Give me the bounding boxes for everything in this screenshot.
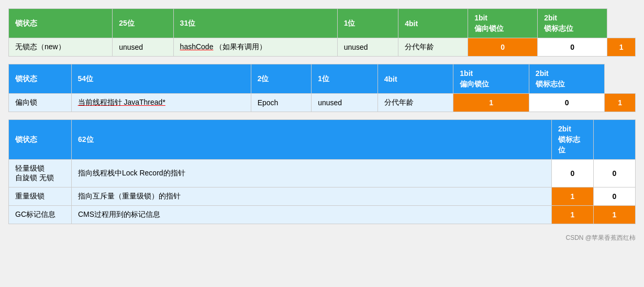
table3: 锁状态 62位 2bit锁标志位 轻量级锁 自旋锁 无锁 指向线程栈中Lock … [8,119,636,224]
t2-h6: 1bit偏向锁位 [453,64,529,94]
t1-h6: 1bit偏向锁位 [468,9,538,38]
t1-r1-c1: 无锁态（new） [9,38,113,57]
table1: 锁状态 25位 31位 1位 4bit 1bit偏向锁位 2bit锁标志位 无锁… [8,8,636,57]
t3-h2: 62位 [72,120,552,160]
t3-h1: 锁状态 [9,120,72,160]
t1-hashcode-suffix: （如果有调用） [215,42,267,51]
t1-h4: 1位 [337,9,398,38]
t3-r3-c3: 1 [552,206,594,224]
t3-r1-c1-line2: 自旋锁 无锁 [15,173,65,183]
t3-r2-c1: 重量级锁 [9,187,72,206]
t1-r1-c2: unused [113,38,173,57]
t3-r1-c4: 0 [594,160,636,187]
t2-h7: 2bit锁标志位 [529,64,605,94]
t2-h2: 54位 [71,64,251,94]
t2-r1-c4: unused [312,94,378,112]
t1-h5: 4bit [398,9,468,38]
t1-h2: 25位 [113,9,173,38]
t3-r3-c4: 1 [594,206,636,224]
t1-r1-c8: 1 [607,38,636,57]
t2-h3: 2位 [251,64,311,94]
t2-r1-c5: 分代年龄 [377,94,453,112]
t3-r1-c1: 轻量级锁 自旋锁 无锁 [9,160,72,187]
t3-r1-c2: 指向线程栈中Lock Record的指针 [72,160,552,187]
t3-r2-c4: 0 [594,187,636,206]
t3-r1-c3: 0 [552,160,594,187]
t2-h1: 锁状态 [9,64,72,94]
t3-r3-c2: CMS过程用到的标记信息 [72,206,552,224]
t1-r1-c4: unused [337,38,398,57]
t3-r2-c3: 1 [552,187,594,206]
t1-r1-c3: hashCode （如果有调用） [173,38,337,57]
watermark: CSDN @苹果香蕉西红柿 [8,234,636,242]
t1-hashcode: hashCode [180,42,214,51]
t2-r1-c2: 当前线程指针 JavaThread* [71,94,251,112]
t2-r1-c8: 1 [605,94,636,112]
t1-h7: 2bit锁标志位 [538,9,607,38]
t2-r1-c7: 0 [529,94,605,112]
t1-r1-c7: 0 [538,38,607,57]
t3-r1-c1-line1: 轻量级锁 [15,164,65,173]
t3-h4 [594,120,636,160]
t2-r1-c6: 1 [453,94,529,112]
t2-h5: 4bit [377,64,453,94]
t3-r2-c2: 指向互斥量（重量级锁）的指针 [72,187,552,206]
t2-r1-c1: 偏向锁 [9,94,72,112]
t1-r1-c5: 分代年龄 [398,38,468,57]
t2-h4: 1位 [312,64,378,94]
t3-r3-c1: GC标记信息 [9,206,72,224]
t2-r1-c3: Epoch [251,94,311,112]
t2-javathread: 当前线程指针 JavaThread* [78,98,165,106]
tables-wrapper: 锁状态 25位 31位 1位 4bit 1bit偏向锁位 2bit锁标志位 无锁… [8,8,636,242]
t1-h1: 锁状态 [9,9,113,38]
t1-r1-c6: 0 [468,38,538,57]
table2: 锁状态 54位 2位 1位 4bit 1bit偏向锁位 2bit锁标志位 偏向锁… [8,64,636,112]
t1-h3: 31位 [173,9,337,38]
t3-h3: 2bit锁标志位 [552,120,594,160]
